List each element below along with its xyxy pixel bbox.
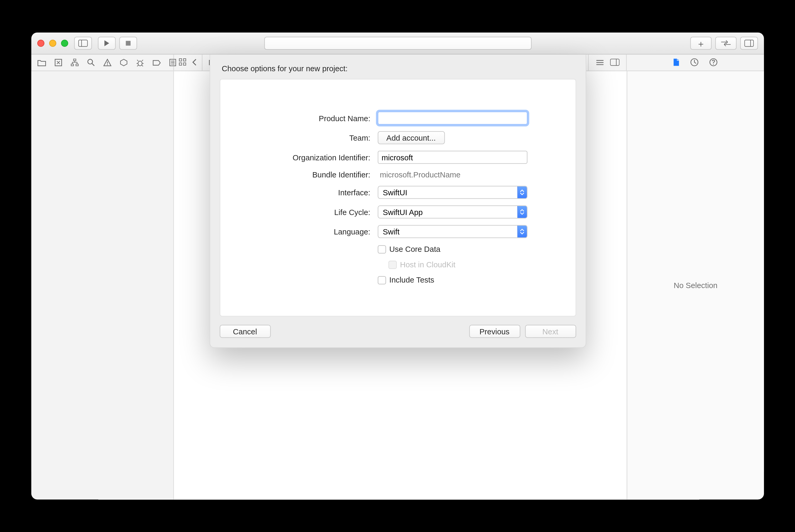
svg-rect-22 [183, 59, 186, 61]
code-review-button[interactable] [715, 37, 736, 50]
new-project-options-sheet: Choose options for your new project: Pro… [209, 54, 586, 348]
life-cycle-label: Life Cycle: [263, 207, 370, 216]
life-cycle-dropdown[interactable]: SwiftUI App [377, 205, 527, 218]
chevron-up-down-icon [517, 226, 526, 238]
svg-rect-24 [183, 63, 186, 65]
back-icon[interactable] [192, 58, 197, 67]
team-label: Team: [263, 133, 370, 142]
issues-icon[interactable] [103, 58, 112, 67]
plus-icon: ＋ [696, 39, 705, 48]
include-tests-label: Include Tests [389, 276, 434, 284]
sidebar-icon [78, 40, 88, 47]
editor-history-buttons [174, 54, 202, 71]
navigator-tabs [31, 54, 174, 71]
project-navigator [31, 71, 174, 499]
inspector-panel: No Selection [626, 71, 764, 499]
source-control-icon[interactable] [54, 58, 62, 67]
svg-rect-0 [78, 40, 87, 46]
bundle-id-label: Bundle Identifier: [263, 170, 370, 179]
history-inspector-icon[interactable] [690, 58, 699, 67]
interface-dropdown[interactable]: SwiftUI [377, 186, 527, 199]
svg-point-16 [138, 61, 142, 65]
svg-rect-4 [744, 40, 754, 46]
host-cloudkit-checkbox [388, 261, 396, 269]
form-panel: Product Name: Team: Add account... Organ… [219, 79, 576, 317]
sheet-actions: Cancel Previous Next [219, 325, 576, 338]
activity-status-bar [264, 37, 531, 50]
svg-rect-9 [73, 59, 76, 61]
play-icon [103, 40, 110, 47]
editor-options [589, 54, 627, 71]
org-id-field[interactable] [377, 151, 527, 164]
interface-label: Interface: [263, 188, 370, 197]
svg-point-32 [713, 63, 714, 64]
language-label: Language: [263, 227, 370, 236]
svg-rect-10 [71, 64, 73, 66]
chevron-up-down-icon [517, 206, 526, 218]
include-tests-checkbox[interactable] [377, 276, 386, 284]
chevron-up-down-icon [517, 186, 526, 198]
stop-icon [125, 40, 131, 46]
related-items-icon[interactable] [178, 58, 186, 67]
breakpoints-icon[interactable] [152, 58, 161, 67]
sheet-title: Choose options for your new project: [222, 64, 576, 73]
tests-icon[interactable] [120, 58, 127, 67]
svg-point-12 [88, 59, 92, 64]
folder-icon[interactable] [37, 58, 46, 67]
toggle-inspector-button[interactable] [740, 37, 758, 50]
svg-line-13 [92, 63, 94, 66]
product-name-label: Product Name: [263, 114, 370, 122]
close-window-button[interactable] [37, 40, 44, 47]
previous-button[interactable]: Previous [469, 325, 520, 338]
window-controls [37, 40, 68, 47]
debug-icon[interactable] [136, 58, 144, 67]
help-inspector-icon[interactable] [709, 58, 717, 67]
bundle-id-value: microsoft.ProductName [377, 170, 532, 179]
stop-button[interactable] [119, 37, 137, 50]
language-dropdown[interactable]: Swift [377, 225, 527, 238]
cancel-button[interactable]: Cancel [219, 325, 270, 338]
svg-rect-3 [126, 41, 130, 45]
org-id-label: Organization Identifier: [263, 153, 370, 162]
product-name-field[interactable] [377, 111, 527, 125]
add-account-button[interactable]: Add account... [377, 131, 444, 144]
add-editor-icon[interactable] [610, 58, 619, 67]
run-button[interactable] [98, 37, 116, 50]
next-button: Next [525, 325, 576, 338]
library-button[interactable]: ＋ [690, 37, 712, 50]
titlebar: ＋ [31, 33, 764, 55]
inspector-no-selection: No Selection [674, 281, 717, 290]
symbols-icon[interactable] [71, 58, 79, 67]
sidebar-right-icon [744, 40, 754, 47]
svg-rect-21 [179, 59, 182, 61]
svg-rect-11 [76, 64, 78, 66]
use-core-data-label: Use Core Data [389, 245, 440, 254]
xcode-window: ＋ [31, 33, 764, 499]
use-core-data-checkbox[interactable] [377, 245, 386, 253]
svg-rect-23 [179, 63, 182, 65]
editor-options-icon[interactable] [595, 58, 604, 67]
svg-rect-28 [610, 59, 619, 65]
svg-marker-2 [105, 40, 109, 46]
inspector-tabs [626, 54, 764, 71]
file-inspector-icon[interactable] [673, 58, 680, 67]
svg-point-15 [107, 64, 108, 65]
host-cloudkit-label: Host in CloudKit [400, 260, 455, 269]
toggle-navigator-button[interactable] [74, 37, 92, 50]
find-icon[interactable] [87, 58, 95, 67]
minimize-window-button[interactable] [49, 40, 56, 47]
swap-arrows-icon [720, 40, 731, 46]
zoom-window-button[interactable] [61, 40, 68, 47]
